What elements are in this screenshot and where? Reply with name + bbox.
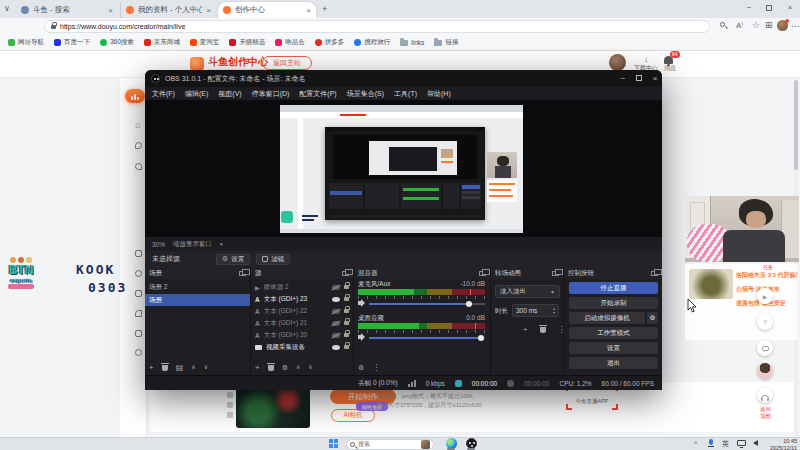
visibility-eye-icon[interactable] bbox=[332, 297, 340, 302]
menu-edit[interactable]: 编辑(E) bbox=[185, 89, 208, 99]
menu-view[interactable]: 视图(V) bbox=[218, 89, 241, 99]
remove-transition-icon[interactable] bbox=[540, 327, 546, 333]
close-tab-icon[interactable]: × bbox=[206, 6, 211, 15]
start-recording-button[interactable]: 开始录制 bbox=[569, 297, 658, 309]
obs-close-button[interactable]: × bbox=[648, 73, 662, 84]
chevron-down-icon[interactable]: ▾ bbox=[220, 241, 223, 247]
move-down-icon[interactable]: ∨ bbox=[308, 363, 312, 372]
sidebar-box-icon[interactable] bbox=[135, 330, 142, 337]
move-up-icon[interactable]: ∧ bbox=[296, 363, 300, 372]
bookmark-item[interactable]: 携程旅行 bbox=[354, 38, 390, 47]
visibility-eye-icon[interactable] bbox=[332, 345, 340, 350]
close-tab-icon[interactable]: × bbox=[108, 6, 113, 15]
read-aloud-icon[interactable]: A⁾ bbox=[736, 21, 743, 30]
lock-icon[interactable] bbox=[344, 321, 349, 325]
add-transition-icon[interactable]: + bbox=[523, 325, 528, 334]
favorites-star-icon[interactable]: ☆ bbox=[752, 21, 760, 30]
menu-help[interactable]: 帮助(H) bbox=[427, 89, 451, 99]
bookmark-item[interactable]: 百度一下 bbox=[54, 38, 90, 47]
remove-source-icon[interactable] bbox=[268, 365, 274, 371]
zoom-mode-dropdown[interactable]: 缩放显示窗口 bbox=[173, 240, 212, 249]
back-to-top-button[interactable]: 返回顶部 bbox=[759, 406, 772, 420]
lock-icon[interactable] bbox=[344, 309, 349, 313]
mixer-dock-header[interactable]: 混音器 bbox=[354, 267, 490, 279]
window-minimize-button[interactable]: − bbox=[740, 0, 758, 15]
menu-tools[interactable]: 工具(T) bbox=[394, 89, 417, 99]
visibility-eye-icon[interactable] bbox=[332, 321, 340, 326]
duration-spinbox[interactable]: 300 ms ▴ ▾ bbox=[512, 304, 559, 317]
menu-file[interactable]: 文件(F) bbox=[152, 89, 175, 99]
menu-scene-collection[interactable]: 场景集合(S) bbox=[347, 89, 384, 99]
popout-icon[interactable] bbox=[239, 271, 246, 276]
taskbar-clock[interactable]: 10:45 2025/12/11 bbox=[764, 438, 797, 450]
menu-docks[interactable]: 停靠窗口(D) bbox=[252, 89, 290, 99]
tab-profile[interactable]: 我的资料 - 个人中心 - 斗鱼 × bbox=[120, 2, 216, 18]
add-scene-icon[interactable]: + bbox=[149, 363, 154, 372]
popout-icon[interactable] bbox=[342, 271, 349, 276]
stop-streaming-button[interactable]: 停止直播 bbox=[569, 282, 658, 294]
visibility-eye-icon[interactable] bbox=[332, 285, 340, 290]
virtual-camera-settings-button[interactable]: ⚙ bbox=[647, 312, 658, 324]
address-bar[interactable]: https://www.douyu.com/creator/main/live bbox=[44, 20, 710, 33]
source-properties-gear-icon[interactable]: ⚙ bbox=[282, 363, 288, 372]
obs-titlebar[interactable]: OBS 31.0.1 - 配置文件: 未命名 - 场景: 未命名 − × bbox=[145, 70, 662, 87]
mic-volume-slider[interactable] bbox=[369, 303, 485, 305]
display-tray-icon[interactable] bbox=[737, 440, 746, 446]
tab-creator-center[interactable]: 创作中心 × bbox=[218, 2, 316, 18]
mixer-menu-kebab-icon[interactable]: ⋮ bbox=[372, 363, 380, 372]
float-help-button[interactable]: ? bbox=[757, 314, 773, 330]
bookmark-item[interactable]: 爱淘宝 bbox=[190, 38, 220, 47]
lock-icon[interactable] bbox=[344, 333, 349, 337]
window-close-button[interactable]: × bbox=[781, 0, 799, 15]
mixer-gear-icon[interactable]: ⚙ bbox=[358, 363, 364, 372]
desktop-audio-volume-slider[interactable] bbox=[369, 337, 485, 339]
tool-icon[interactable] bbox=[227, 392, 233, 398]
ime-indicator[interactable]: 英 bbox=[722, 440, 729, 447]
transitions-dock-header[interactable]: 转场动画 bbox=[491, 267, 563, 279]
sidebar-shield-icon[interactable] bbox=[135, 142, 142, 149]
spin-down-icon[interactable]: ▾ bbox=[553, 311, 555, 315]
sidebar-disc-icon[interactable] bbox=[135, 270, 142, 277]
source-item[interactable]: A 文本 (GDI+) 22 bbox=[251, 305, 353, 317]
sidebar-bag-icon[interactable] bbox=[135, 290, 142, 297]
remove-scene-icon[interactable] bbox=[162, 365, 168, 371]
source-item[interactable]: A 文本 (GDI+) 21 bbox=[251, 317, 353, 329]
back-to-main-button[interactable]: 返回主站 bbox=[262, 56, 312, 70]
source-item[interactable]: A 文本 (GDI+) 20 bbox=[251, 329, 353, 341]
window-maximize-button[interactable] bbox=[760, 0, 778, 15]
speaker-icon[interactable] bbox=[358, 301, 362, 305]
scene-item-selected[interactable]: 场景 bbox=[145, 294, 250, 306]
bookmark-item[interactable]: 360搜索 bbox=[100, 38, 134, 47]
browser-menu-icon[interactable]: ⋯ bbox=[791, 22, 800, 31]
bookmark-folder[interactable]: 链接 bbox=[434, 38, 458, 47]
messages-link[interactable]: 消息 bbox=[664, 56, 676, 73]
speaker-tray-icon[interactable] bbox=[753, 440, 758, 446]
move-up-icon[interactable]: ∧ bbox=[191, 363, 195, 372]
popout-icon[interactable] bbox=[552, 271, 559, 276]
zoom-icon[interactable] bbox=[720, 22, 725, 27]
bookmark-item[interactable]: 京东商城 bbox=[144, 38, 180, 47]
controls-dock-header[interactable]: 控制按钮 bbox=[564, 267, 662, 279]
slider-knob[interactable] bbox=[478, 335, 484, 341]
scrollbar-thumb[interactable] bbox=[794, 80, 798, 170]
add-source-icon[interactable]: + bbox=[255, 363, 260, 372]
microphone-tray-icon[interactable] bbox=[709, 439, 713, 445]
source-item[interactable]: ▶ 媒体源 2 bbox=[251, 281, 353, 293]
sidebar-home-icon[interactable]: ⌂ bbox=[133, 120, 143, 130]
slider-knob[interactable] bbox=[466, 301, 472, 307]
visibility-eye-icon[interactable] bbox=[332, 309, 340, 314]
tool-icon[interactable] bbox=[227, 412, 233, 418]
float-assistant-avatar[interactable] bbox=[757, 363, 773, 379]
speaker-icon[interactable] bbox=[358, 335, 362, 339]
bookmark-item[interactable]: 唯品会 bbox=[275, 38, 305, 47]
transition-select[interactable]: 淡入淡出 ▼ bbox=[495, 285, 560, 298]
start-button[interactable] bbox=[329, 439, 339, 449]
float-video-button[interactable]: ▶ bbox=[757, 288, 773, 304]
zoom-level[interactable]: 30% bbox=[152, 241, 165, 248]
bookmark-item[interactable]: 网址导航 bbox=[8, 38, 44, 47]
source-item[interactable]: 视频采集设备 bbox=[251, 341, 353, 353]
lock-icon[interactable] bbox=[344, 297, 349, 301]
sidebar-pen-icon[interactable] bbox=[135, 310, 142, 317]
bookmark-item[interactable]: 天猫精选 bbox=[229, 38, 265, 47]
bookmark-folder[interactable]: links bbox=[400, 39, 424, 46]
